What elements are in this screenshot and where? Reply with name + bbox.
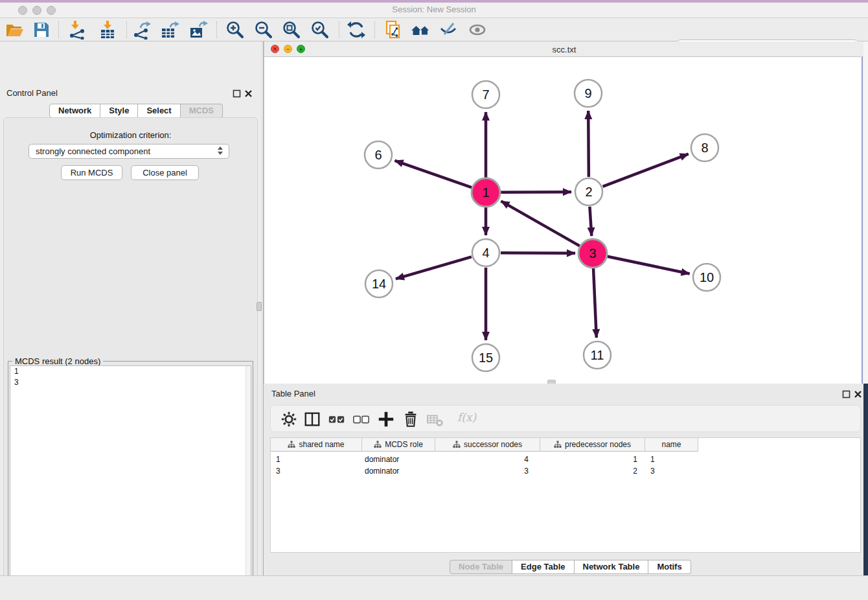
close-panel-icon[interactable] [244, 89, 253, 97]
criterion-select[interactable]: strongly connected component [29, 144, 229, 159]
table-row[interactable]: 1dominator411 [271, 454, 860, 465]
graph-node-9[interactable]: 9 [575, 80, 602, 107]
column-header-mcds-role[interactable]: MCDS role [362, 438, 435, 452]
right-gutter [863, 41, 868, 384]
add-column-icon[interactable] [377, 410, 395, 428]
criterion-value: strongly connected component [36, 146, 150, 156]
export-network-icon[interactable] [132, 20, 152, 40]
show-all-icon[interactable] [468, 20, 487, 40]
table-cell[interactable]: 3 [435, 466, 540, 476]
graph-node-11[interactable]: 11 [584, 341, 611, 369]
toolbar-separator [339, 21, 339, 38]
tab-node-table[interactable]: Node Table [450, 560, 512, 574]
graph-edge-2-3[interactable] [589, 207, 591, 236]
mcds-result-box[interactable]: 13 [10, 365, 251, 600]
delete-column-icon[interactable] [402, 410, 420, 428]
select-all-columns-icon[interactable] [328, 410, 346, 428]
close-panel-button[interactable]: Close panel [131, 165, 199, 180]
table-cell[interactable]: 4 [435, 454, 540, 465]
result-scrollbar[interactable] [246, 366, 251, 600]
close-table-panel-icon[interactable] [854, 389, 862, 398]
column-header-shared-name[interactable]: shared name [271, 438, 362, 452]
tab-style[interactable]: Style [100, 104, 138, 118]
table-cell[interactable]: dominator [362, 454, 435, 465]
unselect-all-columns-icon[interactable] [352, 410, 371, 428]
graph-edge-1-2[interactable] [501, 192, 571, 192]
zoom-in-icon[interactable] [225, 20, 245, 40]
select-stepper-icon [218, 146, 223, 157]
graph-edge-1-6[interactable] [394, 161, 472, 188]
table-cell[interactable]: 2 [540, 466, 645, 476]
graph-edge-2-8[interactable] [603, 154, 689, 187]
tab-mcds[interactable]: MCDS [181, 104, 223, 118]
namespace-icon [288, 441, 295, 448]
export-image-icon[interactable] [188, 20, 208, 40]
toolbar-separator [374, 21, 375, 38]
import-network-icon[interactable] [67, 20, 86, 40]
graph-node-7[interactable]: 7 [472, 81, 499, 108]
graph-node-2[interactable]: 2 [575, 178, 602, 205]
network-canvas[interactable]: 1234678910111415 [264, 57, 863, 384]
float-table-panel-icon[interactable] [842, 389, 851, 398]
graph-node-4[interactable]: 4 [472, 239, 499, 266]
table-cell[interactable]: dominator [362, 466, 435, 476]
graph-node-1[interactable]: 1 [472, 178, 500, 207]
first-neighbors-icon[interactable] [411, 20, 430, 40]
graph-edge-4-14[interactable] [396, 257, 472, 279]
table-toolbar: f(x) [270, 405, 861, 432]
graph-edge-2-9[interactable] [588, 111, 589, 177]
clone-network-icon[interactable] [383, 20, 402, 40]
column-header-name[interactable]: name [645, 438, 698, 452]
export-table-icon[interactable] [160, 20, 179, 40]
save-session-icon[interactable] [32, 20, 51, 40]
table-cell[interactable]: 1 [271, 454, 362, 465]
zoom-out-icon[interactable] [254, 20, 273, 40]
float-panel-icon[interactable] [233, 89, 241, 97]
tab-motifs[interactable]: Motifs [648, 560, 691, 574]
tab-edge-table[interactable]: Edge Table [512, 560, 574, 574]
graph-node-15[interactable]: 15 [472, 344, 499, 371]
column-header-predecessor-nodes[interactable]: predecessor nodes [540, 438, 645, 452]
column-header-successor-nodes[interactable]: successor nodes [435, 438, 540, 452]
graph-edge-3-10[interactable] [608, 257, 690, 274]
graph-edge-3-11[interactable] [593, 268, 597, 338]
graph-node-6[interactable]: 6 [365, 141, 392, 168]
table-cell[interactable]: 1 [645, 454, 698, 465]
graph-node-10[interactable]: 10 [693, 264, 720, 291]
svg-text:4: 4 [482, 246, 489, 260]
zoom-fit-icon[interactable] [282, 20, 301, 40]
control-panel: Control Panel Network Style Select MCDS … [0, 41, 261, 575]
column-view-icon[interactable] [303, 410, 321, 428]
svg-text:10: 10 [700, 270, 714, 284]
table-row[interactable]: 3dominator323 [271, 466, 860, 476]
tab-network[interactable]: Network [49, 104, 100, 118]
table-panel-title: Table Panel [271, 389, 315, 398]
run-mcds-button[interactable]: Run MCDS [61, 165, 122, 180]
network-window-title: scc.txt [264, 45, 864, 54]
refresh-icon[interactable] [347, 20, 366, 40]
table-cell[interactable]: 3 [271, 466, 362, 476]
svg-text:6: 6 [374, 148, 382, 162]
import-table-icon[interactable] [98, 20, 117, 40]
graph-node-14[interactable]: 14 [365, 270, 393, 297]
zoom-selected-icon[interactable] [310, 20, 330, 40]
result-line: 1 [10, 366, 251, 377]
table-tabs: Node Table Edge Table Network Table Moti… [450, 560, 691, 574]
table-cell[interactable]: 1 [540, 454, 645, 465]
hide-selected-icon[interactable] [439, 20, 458, 40]
table-cell[interactable]: 3 [645, 466, 698, 476]
svg-text:3: 3 [589, 246, 596, 260]
graph-node-3[interactable]: 3 [578, 239, 607, 268]
graph-edge-4-3[interactable] [501, 253, 575, 253]
title-bar: Session: New Session [0, 0, 868, 18]
graph-edge-3-1[interactable] [501, 201, 580, 246]
open-file-icon[interactable] [5, 20, 25, 40]
graph-node-8[interactable]: 8 [691, 134, 718, 161]
tab-network-table[interactable]: Network Table [575, 560, 649, 574]
tab-select[interactable]: Select [138, 104, 180, 118]
table-body: 1dominator4113dominator323 [271, 453, 860, 476]
table-settings-gear-icon[interactable] [280, 410, 298, 428]
namespace-icon [554, 441, 562, 448]
control-panel-title: Control Panel [6, 88, 58, 98]
panel-divider-handle[interactable] [257, 302, 262, 311]
